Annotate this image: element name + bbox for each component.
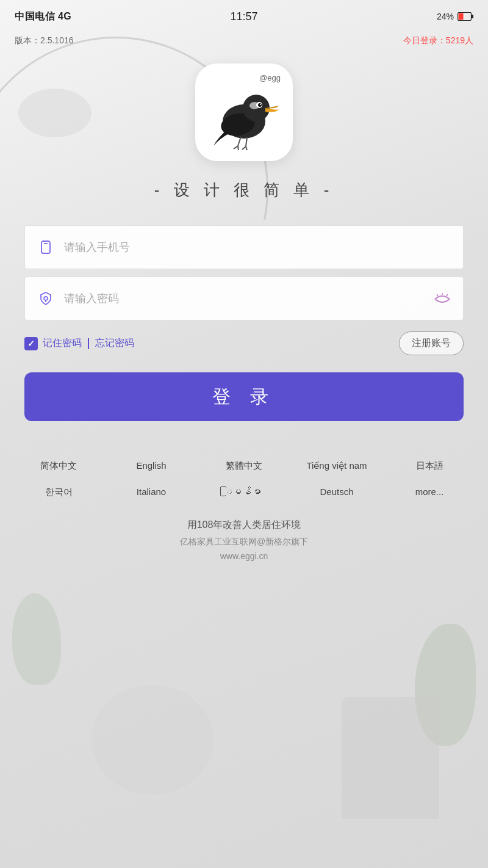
svg-line-11 [246,137,247,146]
svg-rect-2 [472,15,473,18]
app-info-bar: 版本：2.5.1016 今日登录：5219人 [0,31,488,51]
lang-english[interactable]: English [107,458,195,474]
lang-simplified-chinese[interactable]: 简体中文 [15,458,102,474]
battery-icon [458,12,473,21]
language-section: 简体中文 English 繁體中文 Tiếng việt nam 日本語 한국어… [0,458,488,501]
login-count-area: 今日登录：5219人 [403,35,473,46]
svg-line-15 [246,146,247,150]
app-logo-container: @egg [195,63,293,161]
footer-section: 用108年改善人类居住环境 亿格家具工业互联网@新格尔旗下 www.eggi.c… [0,513,488,573]
login-count-number: 5219 [446,35,465,45]
remember-label: 记住密码 [43,337,82,350]
footer-company: 亿格家具工业互联网@新格尔旗下 [15,537,473,548]
login-button[interactable]: 登 录 [24,372,464,421]
lang-korean[interactable]: 한국어 [15,484,102,501]
lang-more[interactable]: more... [386,484,473,501]
svg-line-22 [447,294,448,296]
svg-rect-1 [459,13,464,20]
phone-input[interactable] [64,241,451,254]
app-tagline: - 设 计 很 简 单 - [154,179,334,201]
time-text: 11:57 [230,10,257,23]
svg-point-9 [260,104,261,105]
password-input-wrapper [24,277,464,320]
status-bar: 中国电信 4G 11:57 24% [0,0,488,31]
phone-icon [37,239,54,256]
checkbox-checked: ✓ [24,337,38,350]
register-button[interactable]: 注册账号 [399,331,464,355]
link-divider [88,338,89,349]
phone-input-wrapper [24,225,464,269]
lang-japanese[interactable]: 日本語 [386,458,473,474]
main-content: @egg - 设 计 很 [0,51,488,421]
lang-traditional-chinese[interactable]: 繁體中文 [200,458,288,474]
svg-line-20 [437,294,438,296]
version-text: 版本：2.5.1016 [15,35,74,46]
lang-italian[interactable]: Italiano [107,484,195,501]
battery-percent: 24% [437,12,454,21]
lang-vietnamese[interactable]: Tiếng việt nam [293,458,381,474]
status-right: 24% [437,12,473,21]
login-form: ✓ 记住密码 忘记密码 注册账号 登 录 [24,225,464,421]
carrier-text: 中国电信 4G [15,10,71,23]
lang-burmese[interactable]: ြမန်မာ [200,484,288,501]
lang-german[interactable]: Deutsch [293,484,381,501]
svg-line-14 [242,146,246,150]
svg-point-18 [44,297,48,300]
footer-slogan: 用108年改善人类居住环境 [15,519,473,532]
toggle-password-icon[interactable] [434,291,451,306]
links-row: ✓ 记住密码 忘记密码 注册账号 [24,331,464,355]
left-links: ✓ 记住密码 忘记密码 [24,337,134,350]
password-input[interactable] [64,292,424,305]
svg-point-8 [258,103,262,107]
shield-icon [37,290,54,307]
bird-logo [204,73,284,152]
remember-checkbox[interactable]: ✓ 记住密码 [24,337,82,350]
language-grid: 简体中文 English 繁體中文 Tiếng việt nam 日本語 한국어… [15,458,473,501]
login-count-unit: 人 [465,35,473,45]
forgot-password-link[interactable]: 忘记密码 [95,337,134,350]
svg-line-13 [238,146,239,150]
svg-line-12 [234,146,238,149]
login-count-label: 今日登录： [403,35,446,45]
logo-badge: @egg [256,72,284,84]
footer-website: www.eggi.cn [15,551,473,561]
svg-rect-16 [41,241,50,253]
